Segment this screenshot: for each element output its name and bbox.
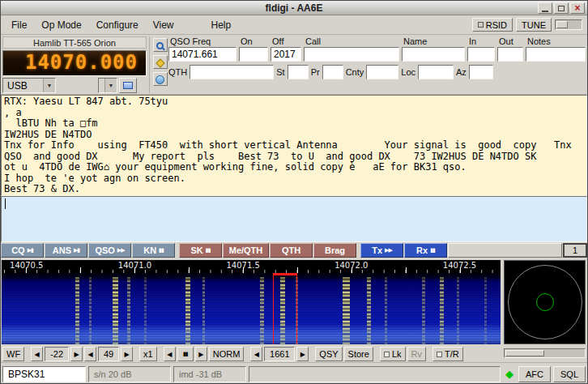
carrier-inc-button[interactable]: ▶	[296, 347, 309, 361]
state-input[interactable]	[288, 65, 309, 79]
name-input[interactable]	[402, 47, 465, 62]
norm-button[interactable]: NORM	[209, 347, 245, 361]
rst-in-input[interactable]	[467, 47, 495, 62]
zoom-x1-button[interactable]: x1	[139, 347, 157, 361]
menu-help[interactable]: Help	[204, 17, 239, 33]
lock-button[interactable]: Lk	[380, 347, 406, 361]
waterfall-signal	[89, 277, 92, 344]
call-input[interactable]	[304, 47, 399, 62]
azimuth-input[interactable]	[469, 65, 493, 79]
txrx-button[interactable]: T/R	[432, 347, 463, 361]
reverse-button[interactable]: Rv	[407, 347, 426, 361]
rst-out-input[interactable]	[497, 47, 523, 62]
tune-button[interactable]: TUNE	[516, 18, 552, 32]
county-input[interactable]	[366, 65, 398, 79]
macro-brag-button[interactable]: Brag	[313, 243, 356, 258]
rig-control-button[interactable]	[119, 78, 137, 93]
macro-separator	[357, 243, 360, 258]
scope-center-icon	[536, 293, 554, 311]
macro-rx-button[interactable]: Rx▮▮	[404, 243, 447, 258]
macro-bar: CQ▶▮ ANS▶▮ QSO▶▶ KN▮▮ SK▮▮ Me/QTH QTH Br…	[1, 242, 587, 258]
lock-indicator-icon	[384, 352, 390, 357]
maximize-button[interactable]	[554, 2, 569, 14]
chevron-down-icon[interactable]: ▼	[104, 79, 117, 92]
waterfall-signal	[202, 277, 205, 344]
menu-view[interactable]: View	[146, 17, 181, 33]
log-tag-button[interactable]	[153, 55, 168, 69]
frequency-display[interactable]: 14070.000	[2, 50, 147, 76]
waterfall-signal	[385, 277, 387, 344]
mode-select[interactable]: USB ▼	[2, 78, 56, 93]
waterfall-cursor[interactable]	[273, 273, 297, 344]
menu-spinner[interactable]	[555, 19, 582, 30]
menu-right-controls: RSID TUNE	[472, 18, 584, 32]
qsy-button[interactable]: QSY	[315, 347, 342, 361]
ampspan-value[interactable]: -22	[45, 347, 69, 361]
macro-sk-button[interactable]: SK▮▮	[179, 243, 222, 258]
qso-panel: QSO Freq On Off Call	[150, 36, 586, 93]
scope-slider-handle[interactable]	[505, 350, 544, 356]
waterfall-mode-button[interactable]: WF	[2, 347, 24, 361]
scope-slider[interactable]	[504, 348, 586, 358]
ref-value[interactable]: 49	[98, 347, 119, 361]
locator-label: Loc	[401, 67, 415, 77]
rsid-indicator-icon	[478, 22, 484, 28]
minimize-button[interactable]	[538, 2, 552, 14]
menu-spinner-handle[interactable]	[556, 21, 568, 28]
tx-text-panel[interactable]	[1, 196, 587, 242]
macro-cq-button[interactable]: CQ▶▮	[1, 243, 44, 258]
qth-input[interactable]	[190, 65, 274, 79]
menu-op-mode[interactable]: Op Mode	[34, 17, 88, 33]
ampspan-dec-button[interactable]: ◀	[31, 347, 43, 361]
snr-status: s/n 20 dB	[88, 366, 171, 382]
slew-right-button[interactable]: ▶	[195, 347, 207, 361]
rsid-button[interactable]: RSID	[472, 18, 513, 32]
time-off-input[interactable]	[271, 47, 301, 62]
qrz-lookup-button[interactable]	[153, 38, 168, 52]
qso-freq-input[interactable]	[168, 47, 236, 62]
locator-input[interactable]	[418, 65, 454, 79]
macro-kn-button[interactable]: KN▮▮	[132, 243, 175, 258]
time-on-label: On	[239, 36, 268, 47]
macro-me-qth-button[interactable]: Me/QTH	[223, 243, 269, 258]
slew-left-button[interactable]: ◀	[164, 347, 176, 361]
waterfall-signal	[484, 277, 487, 344]
ref-dec-button[interactable]: ◀	[84, 347, 96, 361]
fldigi-window: fldigi - AA6E × File Op Mode Configure V…	[0, 0, 588, 384]
macro-tx-button[interactable]: Tx▶▶	[360, 243, 403, 258]
macro-ans-button[interactable]: ANS▶▮	[45, 243, 87, 258]
major-ticks	[2, 267, 501, 273]
rx-text-panel[interactable]: RTX: Yaesu LT 847 abt. 75tyu , a lBTU Nh…	[1, 95, 587, 196]
state-label: St	[276, 67, 284, 77]
menu-file[interactable]: File	[4, 17, 34, 33]
qth-label: QTH	[168, 67, 187, 77]
titlebar[interactable]: fldigi - AA6E ×	[1, 1, 587, 15]
macro-set-button[interactable]: 1	[563, 243, 587, 258]
carrier-dec-button[interactable]: ◀	[250, 347, 262, 361]
afc-button[interactable]: AFC	[518, 366, 551, 382]
status-message	[249, 366, 501, 382]
hold-button[interactable]: ▮▮	[177, 347, 194, 361]
sql-button[interactable]: SQL	[553, 366, 586, 382]
keyboard-icon	[123, 82, 133, 89]
bandwidth-select[interactable]: ▼	[98, 78, 117, 93]
macro-empty-button[interactable]	[448, 243, 562, 258]
macro-qth-button[interactable]: QTH	[270, 243, 313, 258]
ampspan-inc-button[interactable]: ▶	[70, 347, 83, 361]
chevron-down-icon[interactable]: ▼	[43, 79, 55, 92]
ref-inc-button[interactable]: ▶	[121, 347, 133, 361]
carrier-value[interactable]: 1661	[264, 347, 295, 361]
menu-configure[interactable]: Configure	[89, 17, 146, 33]
province-input[interactable]	[322, 65, 343, 79]
tuning-scope	[504, 260, 586, 344]
waterfall[interactable]	[2, 273, 501, 344]
macro-qso-button[interactable]: QSO▶▶	[88, 243, 131, 258]
time-on-input[interactable]	[239, 47, 268, 62]
mode-status[interactable]: BPSK31	[2, 366, 86, 382]
map-lookup-button[interactable]	[153, 72, 168, 86]
close-button[interactable]: ×	[570, 2, 585, 14]
notes-input[interactable]	[526, 47, 586, 62]
county-label: Cnty	[346, 67, 364, 77]
txrx-indicator-icon	[437, 352, 442, 357]
store-button[interactable]: Store	[344, 347, 373, 361]
